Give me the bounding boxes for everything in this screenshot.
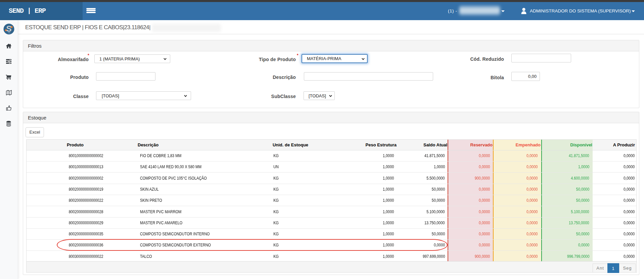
svg-text:erp: erp: [8, 32, 10, 34]
